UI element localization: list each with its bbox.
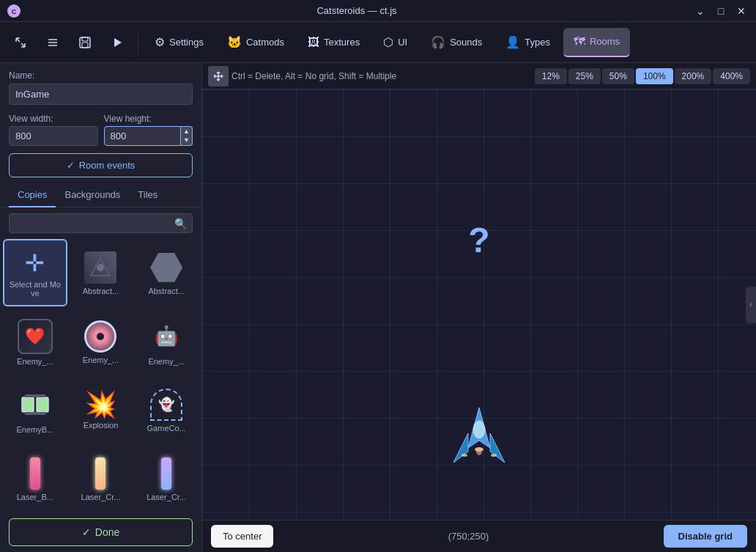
save-button[interactable] — [70, 28, 100, 57]
view-width-input[interactable] — [9, 126, 98, 146]
window-title: Catsteroids — ct.js — [316, 5, 396, 16]
spin-down-button[interactable]: ▼ — [181, 136, 192, 146]
window-controls: ⌄ □ ✕ — [693, 4, 749, 18]
view-height-group: View height: ▲ ▼ — [104, 114, 193, 146]
search-icon: 🔍 — [174, 218, 187, 229]
svg-rect-8 — [22, 397, 34, 412]
enemyb-label: EnemyB... — [16, 425, 53, 434]
canvas-area: Ctrl = Delete, Alt = No grid, Shift = Mu… — [202, 63, 756, 552]
laser-b-sprite — [30, 457, 40, 490]
search-bar: 🔍 — [0, 207, 201, 239]
enemyb-item[interactable]: EnemyB... — [3, 377, 67, 444]
enemy3-item[interactable]: 🤖 Enemy_... — [134, 308, 199, 375]
name-input[interactable] — [9, 84, 193, 105]
abstract2-sprite — [150, 251, 182, 284]
laser-b-item[interactable]: Laser_B... — [3, 445, 67, 512]
catmods-nav-button[interactable]: 🐱 Catmods — [217, 28, 294, 57]
name-label: Name: — [9, 70, 193, 81]
canvas-grid[interactable]: ? — [202, 89, 756, 520]
canvas-toolbar: Ctrl = Delete, Alt = No grid, Shift = Mu… — [202, 63, 756, 89]
titlebar: C Catsteroids — ct.js ⌄ □ ✕ — [0, 0, 756, 22]
room-events-button[interactable]: ✓ Room events — [9, 153, 193, 177]
tab-copies[interactable]: Copies — [9, 183, 56, 207]
view-height-label: View height: — [104, 114, 193, 124]
canvas-move-button[interactable] — [208, 66, 229, 87]
select-move-label: Select and Move — [7, 280, 63, 298]
enemy1-sprite: ❤️ — [18, 319, 53, 354]
spin-up-button[interactable]: ▲ — [181, 127, 192, 136]
svg-marker-13 — [453, 433, 468, 463]
select-move-item[interactable]: ✛ Select and Move — [3, 239, 67, 306]
laser-cr1-item[interactable]: Laser_Cr... — [69, 445, 133, 512]
settings-nav-button[interactable]: ⚙ Settings — [144, 28, 214, 57]
zoom-200-button[interactable]: 200% — [675, 68, 712, 84]
laser-cr2-item[interactable]: Laser_Cr... — [134, 445, 199, 512]
enemy3-label: Enemy_... — [148, 357, 185, 366]
ui-nav-button[interactable]: ⬡ UI — [373, 28, 418, 57]
minimize-button[interactable]: ⌄ — [693, 4, 708, 18]
items-grid: ✛ Select and Move Abstract... Abstract..… — [0, 239, 201, 512]
zoom-400-button[interactable]: 400% — [713, 68, 750, 84]
disable-grid-button[interactable]: Disable grid — [664, 525, 747, 548]
main-toolbar: ⚙ Settings 🐱 Catmods 🖼 Textures ⬡ UI 🎧 S… — [0, 22, 756, 63]
tab-backgrounds[interactable]: Backgrounds — [56, 183, 129, 207]
explosion-item[interactable]: 💥 Explosion — [69, 377, 133, 444]
tab-bar: Copies Backgrounds Tiles — [0, 183, 201, 207]
svg-marker-5 — [114, 38, 122, 47]
done-button[interactable]: ✓ Done — [9, 518, 193, 546]
view-width-label: View width: — [9, 114, 98, 124]
enemy1-item[interactable]: ❤️ Enemy_... — [3, 308, 67, 375]
tab-tiles[interactable]: Tiles — [129, 183, 166, 207]
svg-point-17 — [476, 448, 482, 455]
rooms-icon: 🗺 — [574, 35, 585, 48]
view-width-group: View width: — [9, 114, 98, 146]
collapse-handle[interactable]: ‹ — [746, 287, 756, 323]
abstract1-item[interactable]: Abstract... — [69, 239, 133, 306]
gameco-item[interactable]: 👻 GameCo... — [134, 377, 199, 444]
coordinates-display: (750;250) — [448, 531, 489, 542]
spaceship-container — [450, 404, 508, 479]
svg-rect-4 — [82, 43, 88, 48]
view-height-input[interactable] — [104, 126, 182, 146]
canvas-hint: Ctrl = Delete, Alt = No grid, Shift = Mu… — [231, 71, 532, 81]
maximize-button[interactable]: □ — [714, 4, 728, 18]
svg-point-15 — [473, 421, 485, 438]
svg-rect-11 — [25, 412, 45, 415]
textures-nav-button[interactable]: 🖼 Textures — [297, 28, 370, 57]
app-logo: C — [7, 4, 21, 18]
enemy2-sprite — [84, 320, 116, 353]
checkmark-icon: ✓ — [67, 160, 75, 171]
sounds-nav-button[interactable]: 🎧 Sounds — [420, 28, 492, 57]
left-panel: Name: View width: View height: ▲ ▼ ✓ — [0, 63, 202, 552]
abstract2-item[interactable]: Abstract... — [134, 239, 199, 306]
rooms-nav-button[interactable]: 🗺 Rooms — [563, 28, 630, 57]
zoom-100-button[interactable]: 100% — [636, 68, 673, 84]
settings-icon: ⚙ — [155, 35, 165, 49]
zoom-12-button[interactable]: 12% — [535, 68, 567, 84]
laser-b-label: Laser_B... — [17, 493, 53, 501]
move-cross-icon: ✛ — [25, 249, 45, 277]
enemy2-item[interactable]: Enemy_... — [69, 308, 133, 375]
toolbar-separator — [138, 32, 138, 54]
close-button[interactable]: ✕ — [734, 4, 749, 18]
types-icon: 👤 — [505, 35, 520, 49]
svg-rect-10 — [25, 394, 45, 397]
to-center-button[interactable]: To center — [211, 525, 273, 548]
textures-icon: 🖼 — [308, 36, 319, 49]
play-button[interactable] — [103, 28, 132, 57]
laser-cr2-sprite — [161, 457, 171, 490]
view-height-input-wrap: ▲ ▼ — [104, 126, 193, 146]
types-nav-button[interactable]: 👤 Types — [495, 28, 560, 57]
catmods-icon: 🐱 — [227, 35, 242, 49]
menu-button[interactable] — [38, 28, 67, 57]
sounds-icon: 🎧 — [431, 35, 445, 49]
enemy2-label: Enemy_... — [83, 356, 119, 364]
panel-header: Name: — [0, 63, 201, 109]
search-input[interactable] — [9, 213, 193, 233]
zoom-50-button[interactable]: 50% — [602, 68, 634, 84]
abstract2-label: Abstract... — [148, 287, 185, 295]
svg-point-19 — [491, 454, 497, 457]
zoom-25-button[interactable]: 25% — [568, 68, 601, 84]
canvas-question-mark: ? — [468, 220, 489, 260]
expand-button[interactable] — [6, 28, 35, 57]
